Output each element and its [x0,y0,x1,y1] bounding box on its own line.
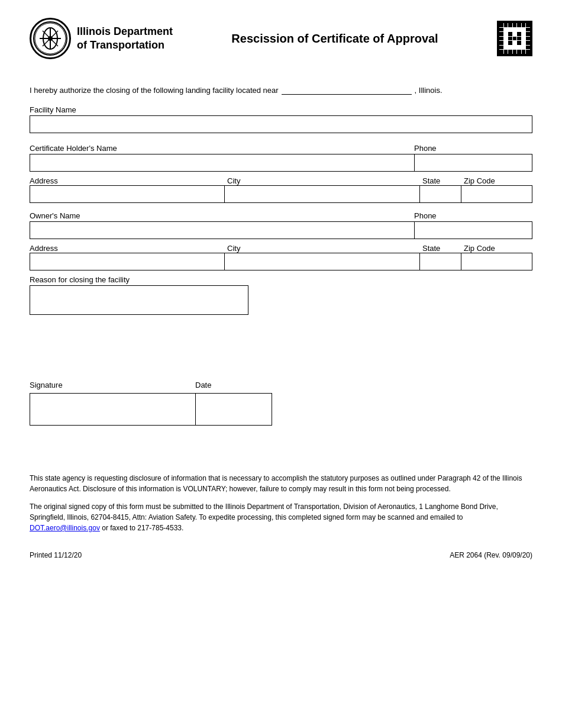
intro-line: I hereby authorize the closing of the fo… [30,83,532,95]
owner-phone-label: Phone [414,211,532,220]
owner-address-label: Address [30,244,225,253]
date-box[interactable] [195,393,272,426]
cert-address-label: Address [30,176,225,185]
signature-label: Signature [30,381,195,389]
cert-holder-input[interactable] [30,154,414,172]
cert-state-input[interactable] [420,186,461,202]
printed-date: Printed 11/12/20 [30,551,82,559]
date-label: Date [195,381,272,389]
footer-disclaimer: This state agency is requesting disclosu… [30,473,532,533]
form-title: Rescission of Certificate of Approval [173,32,497,46]
cert-phone-input[interactable] [414,154,532,172]
reason-input[interactable] [30,285,248,315]
owner-phone-input[interactable] [414,221,532,239]
facility-name-label: Facility Name [30,105,532,114]
owner-zip-input[interactable] [461,253,532,270]
cert-city-label: City [225,176,420,185]
facility-name-section: Facility Name [30,105,532,133]
cert-phone-label: Phone [414,144,532,153]
cert-zip-input[interactable] [461,186,532,202]
owner-state-input[interactable] [420,253,461,270]
facility-name-input[interactable] [30,115,532,133]
cert-holder-section: Certificate Holder's Name Phone [30,144,532,172]
page-header: Illinois Department of Transportation Re… [30,18,532,59]
owner-section: Owner's Name Phone [30,211,532,239]
cert-zip-label: Zip Code [461,176,532,185]
cert-address-row [30,185,532,203]
page-footer: Printed 11/12/20 AER 2064 (Rev. 09/09/20… [30,551,532,559]
reason-section: Reason for closing the facility [30,275,532,317]
agency-logo [30,18,71,59]
svg-point-6 [48,36,53,41]
reason-label: Reason for closing the facility [30,275,532,284]
owner-state-label: State [420,244,461,253]
owner-street-input[interactable] [30,253,224,270]
owner-city-label: City [225,244,420,253]
disclaimer-2: The original signed copy of this form mu… [30,501,532,533]
form-number: AER 2064 (Rev. 09/09/20) [450,551,532,559]
cert-holder-label: Certificate Holder's Name [30,144,414,153]
agency-name-text: Illinois Department of Transportation [77,25,173,53]
agency-branding: Illinois Department of Transportation [30,18,173,59]
intro-text-after: , Illinois. [415,86,443,95]
location-input[interactable] [282,83,412,95]
disclaimer-1: This state agency is requesting disclosu… [30,473,532,494]
cert-street-input[interactable] [30,186,224,202]
email-link[interactable]: DOT.aero@illinois.gov [30,524,100,532]
owner-city-input[interactable] [225,253,419,270]
owner-name-input[interactable] [30,221,414,239]
cert-city-input[interactable] [225,186,419,202]
signature-section: Signature Date [30,381,532,426]
intro-text-before: I hereby authorize the closing of the fo… [30,86,279,95]
cert-state-label: State [420,176,461,185]
owner-zip-label: Zip Code [461,244,532,253]
signature-box[interactable] [30,393,195,426]
qr-code [497,21,532,56]
owner-name-label: Owner's Name [30,211,414,220]
owner-address-row [30,253,532,270]
